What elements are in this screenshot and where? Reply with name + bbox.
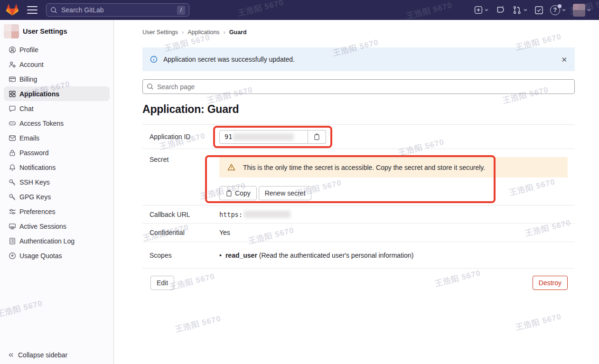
sidebar-item-usage-quotas[interactable]: Usage Quotas	[4, 248, 110, 263]
renew-secret-button[interactable]: Renew secret	[259, 186, 312, 200]
sidebar-item-ssh-keys[interactable]: SSH Keys	[4, 175, 110, 189]
application-id-row: Application ID 91	[142, 125, 575, 149]
emails-icon	[9, 134, 16, 142]
scope-list-item: read_user (Read the authenticated user's…	[219, 252, 413, 259]
user-menu-button[interactable]	[573, 4, 591, 17]
search-icon	[50, 7, 57, 14]
information-icon	[150, 56, 158, 63]
sidebar-item-active-sessions[interactable]: Active Sessions	[4, 219, 110, 233]
preferences-icon	[9, 208, 16, 215]
notification-dot	[558, 4, 562, 8]
sidebar-item-access-tokens[interactable]: Access Tokens	[4, 116, 110, 131]
sidebar-item-label: SSH Keys	[19, 178, 50, 186]
sidebar-item-label: Usage Quotas	[19, 252, 62, 260]
duo-chat-button[interactable]	[496, 5, 505, 15]
merge-requests-button[interactable]	[512, 5, 528, 15]
chevron-down-icon	[484, 8, 489, 12]
gitlab-logo-icon[interactable]	[6, 4, 19, 16]
sidebar-item-account[interactable]: Account	[4, 57, 110, 72]
copy-application-id-button[interactable]	[308, 130, 326, 144]
task-done-icon	[534, 6, 543, 15]
sidebar-item-label: Password	[19, 149, 48, 157]
confidential-value: Yes	[219, 229, 575, 236]
sidebar: User Settings ProfileAccountBillingAppli…	[0, 20, 114, 364]
new-dropdown-button[interactable]	[474, 6, 489, 14]
chat-icon	[9, 105, 16, 112]
duo-chat-icon	[496, 5, 505, 15]
key-icon	[9, 193, 16, 201]
sidebar-item-chat[interactable]: Chat	[4, 101, 110, 116]
callback-url-label: Callback URL	[150, 211, 219, 218]
sidebar-item-label: Authentication Log	[19, 237, 75, 245]
breadcrumb-user-settings[interactable]: User Settings	[142, 29, 178, 36]
todo-list-button[interactable]	[534, 6, 543, 15]
sidebar-title: User Settings	[23, 28, 67, 35]
sidebar-item-applications[interactable]: Applications	[4, 86, 110, 101]
sidebar-item-label: Chat	[19, 105, 34, 112]
top-navbar: Search GitLab / ?	[0, 0, 599, 20]
sidebar-item-label: Applications	[19, 90, 59, 98]
plus-square-icon	[474, 6, 483, 14]
sidebar-item-profile[interactable]: Profile	[4, 42, 110, 57]
sidebar-item-authentication-log[interactable]: Authentication Log	[4, 233, 110, 248]
search-shortcut-key: /	[177, 6, 185, 15]
collapse-sidebar-button[interactable]: Collapse sidebar	[8, 351, 67, 359]
question-icon: ?	[550, 5, 560, 15]
chevron-down-icon	[587, 8, 591, 12]
search-icon	[147, 83, 154, 90]
main-content: User Settings › Applications › Guard App…	[114, 20, 599, 364]
breadcrumb-applications[interactable]: Applications	[187, 29, 219, 36]
sidebar-item-emails[interactable]: Emails	[4, 131, 110, 145]
sidebar-item-password[interactable]: Password	[4, 145, 110, 160]
secret-warning-text: This is the only time the secret is acce…	[243, 164, 485, 171]
password-icon	[9, 149, 16, 157]
scopes-label: Scopes	[150, 252, 219, 259]
sidebar-item-label: Preferences	[19, 208, 55, 215]
page-search	[142, 79, 575, 94]
sidebar-item-label: Notifications	[19, 164, 56, 171]
page-search-input[interactable]	[142, 79, 575, 94]
scope-name: read_user	[225, 252, 257, 259]
alert-message: Application secret was successfully upda…	[163, 56, 295, 63]
page-footer: Edit Destroy	[142, 276, 575, 290]
sidebar-item-notifications[interactable]: Notifications	[4, 160, 110, 175]
confidential-label: Confidential	[150, 229, 219, 236]
application-details: Application ID 91 Secret	[142, 124, 575, 269]
secret-warning-alert: This is the only time the secret is acce…	[219, 157, 568, 177]
warning-icon	[227, 163, 235, 171]
sidebar-item-preferences[interactable]: Preferences	[4, 204, 110, 219]
secret-row: Secret This is the only time the secret …	[142, 149, 575, 205]
sidebar-item-label: Billing	[19, 75, 37, 83]
copy-secret-button[interactable]: Copy	[219, 186, 257, 200]
authentication-log-icon	[9, 237, 16, 245]
user-settings-avatar	[4, 24, 19, 38]
redacted-application-id	[233, 133, 294, 140]
account-icon	[9, 61, 16, 68]
close-icon[interactable]: ✕	[561, 56, 567, 63]
profile-icon	[9, 46, 16, 54]
application-id-label: Application ID	[150, 133, 219, 140]
sidebar-item-label: GPG Keys	[19, 193, 51, 201]
info-alert: Application secret was successfully upda…	[142, 47, 575, 71]
usage-quotas-icon	[9, 252, 16, 260]
notifications-icon	[9, 164, 16, 171]
help-button[interactable]: ?	[550, 5, 566, 15]
avatar	[573, 4, 585, 17]
sidebar-header: User Settings	[4, 24, 110, 39]
destroy-button[interactable]: Destroy	[533, 276, 568, 290]
global-search-placeholder: Search GitLab	[61, 6, 104, 14]
sidebar-item-gpg-keys[interactable]: GPG Keys	[4, 189, 110, 204]
hamburger-menu-icon[interactable]	[27, 6, 37, 14]
double-chevron-left-icon	[8, 352, 14, 358]
sidebar-item-billing[interactable]: Billing	[4, 72, 110, 86]
global-search-input[interactable]: Search GitLab /	[46, 3, 189, 17]
applications-icon	[9, 90, 16, 98]
scopes-row: Scopes read_user (Read the authenticated…	[142, 242, 575, 269]
application-id-input[interactable]: 91	[219, 130, 308, 144]
clipboard-icon	[313, 133, 320, 140]
merge-request-icon	[512, 5, 522, 15]
sidebar-item-label: Profile	[19, 46, 38, 54]
edit-button[interactable]: Edit	[150, 276, 174, 290]
chevron-down-icon	[523, 8, 528, 12]
breadcrumb: User Settings › Applications › Guard	[142, 28, 575, 36]
